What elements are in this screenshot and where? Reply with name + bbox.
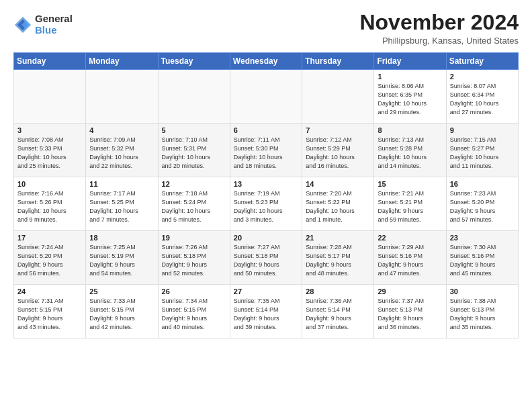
day-info: Sunrise: 7:30 AM Sunset: 5:16 PM Dayligh… (450, 243, 515, 278)
calendar-cell: 16Sunrise: 7:23 AM Sunset: 5:20 PM Dayli… (446, 177, 518, 231)
weekday-header-friday: Friday (374, 53, 446, 70)
day-number: 24 (17, 287, 82, 295)
weekday-header-thursday: Thursday (302, 53, 374, 70)
calendar-cell: 28Sunrise: 7:36 AM Sunset: 5:14 PM Dayli… (302, 285, 374, 338)
calendar-cell: 18Sunrise: 7:25 AM Sunset: 5:19 PM Dayli… (86, 231, 158, 285)
day-info: Sunrise: 7:11 AM Sunset: 5:30 PM Dayligh… (234, 136, 298, 171)
calendar-cell: 14Sunrise: 7:20 AM Sunset: 5:22 PM Dayli… (302, 177, 374, 231)
calendar-cell (230, 70, 302, 124)
day-info: Sunrise: 7:23 AM Sunset: 5:20 PM Dayligh… (450, 189, 515, 224)
day-number: 29 (378, 287, 442, 295)
day-info: Sunrise: 7:08 AM Sunset: 5:33 PM Dayligh… (17, 136, 82, 171)
calendar-table: SundayMondayTuesdayWednesdayThursdayFrid… (13, 52, 519, 338)
day-number: 23 (450, 234, 515, 242)
day-info: Sunrise: 7:18 AM Sunset: 5:24 PM Dayligh… (162, 189, 226, 224)
day-number: 30 (450, 287, 515, 295)
day-number: 14 (306, 180, 370, 188)
day-info: Sunrise: 7:12 AM Sunset: 5:29 PM Dayligh… (306, 136, 370, 171)
day-number: 6 (234, 126, 298, 134)
calendar-week-3: 10Sunrise: 7:16 AM Sunset: 5:26 PM Dayli… (14, 177, 519, 231)
day-number: 1 (378, 73, 442, 81)
calendar-cell: 19Sunrise: 7:26 AM Sunset: 5:18 PM Dayli… (158, 231, 230, 285)
weekday-header-tuesday: Tuesday (158, 53, 230, 70)
page: General Blue November 2024 Phillipsburg,… (0, 0, 532, 349)
weekday-header-wednesday: Wednesday (230, 53, 302, 70)
day-number: 25 (89, 287, 154, 295)
day-number: 9 (450, 126, 515, 134)
logo: General Blue (13, 13, 73, 36)
day-number: 27 (234, 287, 298, 295)
calendar-week-4: 17Sunrise: 7:24 AM Sunset: 5:20 PM Dayli… (14, 231, 519, 285)
calendar-cell: 4Sunrise: 7:09 AM Sunset: 5:32 PM Daylig… (86, 124, 158, 177)
day-number: 19 (162, 234, 226, 242)
day-info: Sunrise: 7:29 AM Sunset: 5:16 PM Dayligh… (378, 243, 442, 278)
day-info: Sunrise: 7:37 AM Sunset: 5:13 PM Dayligh… (378, 297, 442, 332)
day-number: 10 (17, 180, 82, 188)
logo-icon (13, 15, 32, 34)
day-info: Sunrise: 7:10 AM Sunset: 5:31 PM Dayligh… (162, 136, 226, 171)
header: General Blue November 2024 Phillipsburg,… (13, 11, 519, 46)
day-info: Sunrise: 7:16 AM Sunset: 5:26 PM Dayligh… (17, 189, 82, 224)
calendar-cell: 9Sunrise: 7:15 AM Sunset: 5:27 PM Daylig… (446, 124, 518, 177)
calendar-cell: 20Sunrise: 7:27 AM Sunset: 5:18 PM Dayli… (230, 231, 302, 285)
day-number: 4 (89, 126, 154, 134)
weekday-header-saturday: Saturday (446, 53, 518, 70)
day-info: Sunrise: 7:27 AM Sunset: 5:18 PM Dayligh… (234, 243, 298, 278)
day-info: Sunrise: 7:26 AM Sunset: 5:18 PM Dayligh… (162, 243, 226, 278)
calendar-cell: 30Sunrise: 7:38 AM Sunset: 5:13 PM Dayli… (446, 285, 518, 338)
day-number: 11 (89, 180, 154, 188)
calendar-cell: 2Sunrise: 8:07 AM Sunset: 6:34 PM Daylig… (446, 70, 518, 124)
calendar-cell (86, 70, 158, 124)
calendar-cell: 17Sunrise: 7:24 AM Sunset: 5:20 PM Dayli… (14, 231, 86, 285)
calendar-cell: 25Sunrise: 7:33 AM Sunset: 5:15 PM Dayli… (86, 285, 158, 338)
day-number: 28 (306, 287, 370, 295)
day-number: 12 (162, 180, 226, 188)
day-info: Sunrise: 7:31 AM Sunset: 5:15 PM Dayligh… (17, 297, 82, 332)
calendar-cell: 11Sunrise: 7:17 AM Sunset: 5:25 PM Dayli… (86, 177, 158, 231)
calendar-cell (158, 70, 230, 124)
calendar-cell: 13Sunrise: 7:19 AM Sunset: 5:23 PM Dayli… (230, 177, 302, 231)
month-title: November 2024 (359, 11, 519, 34)
day-number: 20 (234, 234, 298, 242)
day-info: Sunrise: 7:38 AM Sunset: 5:13 PM Dayligh… (450, 297, 515, 332)
day-number: 3 (17, 126, 82, 134)
day-number: 8 (378, 126, 442, 134)
logo-blue: Blue (35, 25, 73, 36)
day-info: Sunrise: 7:35 AM Sunset: 5:14 PM Dayligh… (234, 297, 298, 332)
day-info: Sunrise: 7:24 AM Sunset: 5:20 PM Dayligh… (17, 243, 82, 278)
day-info: Sunrise: 7:15 AM Sunset: 5:27 PM Dayligh… (450, 136, 515, 171)
logo-text: General Blue (35, 13, 73, 36)
day-number: 2 (450, 73, 515, 81)
calendar-cell: 6Sunrise: 7:11 AM Sunset: 5:30 PM Daylig… (230, 124, 302, 177)
calendar-cell: 22Sunrise: 7:29 AM Sunset: 5:16 PM Dayli… (374, 231, 446, 285)
day-number: 26 (162, 287, 226, 295)
calendar-cell: 29Sunrise: 7:37 AM Sunset: 5:13 PM Dayli… (374, 285, 446, 338)
calendar-cell: 1Sunrise: 8:06 AM Sunset: 6:35 PM Daylig… (374, 70, 446, 124)
calendar-cell (302, 70, 374, 124)
calendar-cell: 12Sunrise: 7:18 AM Sunset: 5:24 PM Dayli… (158, 177, 230, 231)
day-info: Sunrise: 7:09 AM Sunset: 5:32 PM Dayligh… (89, 136, 154, 171)
day-info: Sunrise: 7:36 AM Sunset: 5:14 PM Dayligh… (306, 297, 370, 332)
day-number: 13 (234, 180, 298, 188)
day-number: 5 (162, 126, 226, 134)
day-info: Sunrise: 7:33 AM Sunset: 5:15 PM Dayligh… (89, 297, 154, 332)
calendar-cell (14, 70, 86, 124)
day-info: Sunrise: 8:06 AM Sunset: 6:35 PM Dayligh… (378, 82, 442, 117)
day-number: 18 (89, 234, 154, 242)
day-info: Sunrise: 7:28 AM Sunset: 5:17 PM Dayligh… (306, 243, 370, 278)
calendar-cell: 3Sunrise: 7:08 AM Sunset: 5:33 PM Daylig… (14, 124, 86, 177)
calendar-cell: 10Sunrise: 7:16 AM Sunset: 5:26 PM Dayli… (14, 177, 86, 231)
day-number: 15 (378, 180, 442, 188)
day-number: 16 (450, 180, 515, 188)
calendar-week-1: 1Sunrise: 8:06 AM Sunset: 6:35 PM Daylig… (14, 70, 519, 124)
calendar-cell: 5Sunrise: 7:10 AM Sunset: 5:31 PM Daylig… (158, 124, 230, 177)
day-info: Sunrise: 7:13 AM Sunset: 5:28 PM Dayligh… (378, 136, 442, 171)
calendar-cell: 15Sunrise: 7:21 AM Sunset: 5:21 PM Dayli… (374, 177, 446, 231)
title-section: November 2024 Phillipsburg, Kansas, Unit… (359, 11, 519, 46)
calendar-cell: 26Sunrise: 7:34 AM Sunset: 5:15 PM Dayli… (158, 285, 230, 338)
calendar-cell: 24Sunrise: 7:31 AM Sunset: 5:15 PM Dayli… (14, 285, 86, 338)
day-info: Sunrise: 7:17 AM Sunset: 5:25 PM Dayligh… (89, 189, 154, 224)
day-info: Sunrise: 7:25 AM Sunset: 5:19 PM Dayligh… (89, 243, 154, 278)
calendar-cell: 7Sunrise: 7:12 AM Sunset: 5:29 PM Daylig… (302, 124, 374, 177)
day-info: Sunrise: 8:07 AM Sunset: 6:34 PM Dayligh… (450, 82, 515, 117)
